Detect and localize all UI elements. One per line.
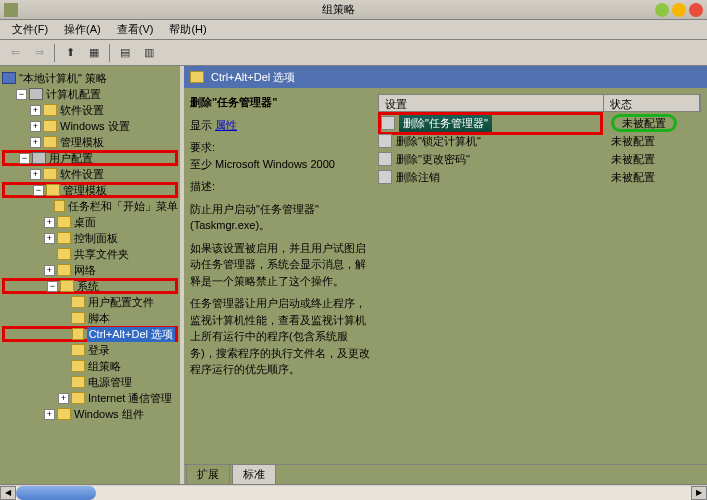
- forward-button[interactable]: ⇒: [28, 42, 50, 64]
- menu-file[interactable]: 文件(F): [4, 20, 56, 39]
- menu-help[interactable]: 帮助(H): [161, 20, 214, 39]
- tree-computer-config[interactable]: −计算机配置: [2, 86, 178, 102]
- tree-ctrl-alt-del[interactable]: Ctrl+Alt+Del 选项: [2, 326, 178, 342]
- titlebar: 组策略: [0, 0, 707, 20]
- tree-admin-templates-2[interactable]: −管理模板: [2, 182, 178, 198]
- export-button[interactable]: ▥: [138, 42, 160, 64]
- selected-policy-title: 删除"任务管理器": [190, 94, 370, 111]
- folder-icon: [190, 71, 204, 83]
- scroll-track[interactable]: [16, 486, 691, 500]
- content-header: Ctrl+Alt+Del 选项: [184, 66, 707, 88]
- properties-link[interactable]: 属性: [215, 119, 237, 131]
- policy-icon: [378, 152, 392, 166]
- app-icon: [4, 3, 18, 17]
- tree-panel: "本地计算机" 策略 −计算机配置 +软件设置 +Windows 设置 +管理模…: [0, 66, 180, 484]
- req-label: 要求:: [190, 139, 370, 156]
- tree-desktop[interactable]: +桌面: [2, 214, 178, 230]
- tree-shared-folders[interactable]: 共享文件夹: [2, 246, 178, 262]
- tree-system[interactable]: −系统: [2, 278, 178, 294]
- tree-root[interactable]: "本地计算机" 策略: [2, 70, 178, 86]
- tree-logon[interactable]: 登录: [2, 342, 178, 358]
- policy-icon: [378, 170, 392, 184]
- desc-line3: 任务管理器让用户启动或终止程序，监视计算机性能，查看及监视计算机上所有运行中的程…: [190, 295, 370, 378]
- maximize-button[interactable]: [672, 3, 686, 17]
- tree-scripts[interactable]: 脚本: [2, 310, 178, 326]
- list-row[interactable]: 删除"任务管理器" 未被配置: [378, 114, 701, 132]
- scroll-right-button[interactable]: ▶: [691, 486, 707, 500]
- policy-state: 未被配置: [611, 114, 677, 132]
- properties-button[interactable]: ▤: [114, 42, 136, 64]
- tree-power-mgmt[interactable]: 电源管理: [2, 374, 178, 390]
- policy-name: 删除"锁定计算机": [396, 134, 481, 149]
- req-text: 至少 Microsoft Windows 2000: [190, 156, 370, 173]
- policy-icon: [378, 134, 392, 148]
- minimize-button[interactable]: [655, 3, 669, 17]
- desc-line1: 防止用户启动"任务管理器"(Taskmgr.exe)。: [190, 201, 370, 234]
- list-row[interactable]: 删除"更改密码" 未被配置: [378, 150, 701, 168]
- policy-name: 删除注销: [396, 170, 440, 185]
- tree-windows-comp[interactable]: +Windows 组件: [2, 406, 178, 422]
- tree-user-config[interactable]: −用户配置: [2, 150, 178, 166]
- content-panel: Ctrl+Alt+Del 选项 删除"任务管理器" 显示 属性 要求: 至少 M…: [184, 66, 707, 484]
- tree-sw-settings-2[interactable]: +软件设置: [2, 166, 178, 182]
- policy-name: 删除"更改密码": [396, 152, 470, 167]
- description-panel: 删除"任务管理器" 显示 属性 要求: 至少 Microsoft Windows…: [190, 94, 370, 458]
- policy-icon: [381, 116, 395, 130]
- content-header-title: Ctrl+Alt+Del 选项: [211, 70, 295, 85]
- menu-view[interactable]: 查看(V): [109, 20, 162, 39]
- menubar: 文件(F) 操作(A) 查看(V) 帮助(H): [0, 20, 707, 40]
- tree-sw-settings-1[interactable]: +软件设置: [2, 102, 178, 118]
- toolbar: ⇐ ⇒ ⬆ ▦ ▤ ▥: [0, 40, 707, 66]
- list-header: 设置 状态: [378, 94, 701, 112]
- menu-action[interactable]: 操作(A): [56, 20, 109, 39]
- tree-control-panel[interactable]: +控制面板: [2, 230, 178, 246]
- tree-win-settings-1[interactable]: +Windows 设置: [2, 118, 178, 134]
- policy-state: 未被配置: [603, 152, 655, 167]
- scroll-left-button[interactable]: ◀: [0, 486, 16, 500]
- policy-list: 设置 状态 删除"任务管理器" 未被配置 删除"锁定计算机" 未被配置: [378, 94, 701, 458]
- col-setting[interactable]: 设置: [379, 95, 604, 111]
- desc-line2: 如果该设置被启用，并且用户试图启动任务管理器，系统会显示消息，解释是一个策略禁止…: [190, 240, 370, 290]
- window-title: 组策略: [22, 2, 655, 17]
- tree-group-policy[interactable]: 组策略: [2, 358, 178, 374]
- tab-bar: 扩展 标准: [184, 464, 707, 484]
- back-button[interactable]: ⇐: [4, 42, 26, 64]
- tab-standard[interactable]: 标准: [232, 464, 276, 484]
- tree-taskbar[interactable]: 任务栏和「开始」菜单: [2, 198, 178, 214]
- policy-name: 删除"任务管理器": [399, 115, 492, 132]
- tree-network[interactable]: +网络: [2, 262, 178, 278]
- tree-internet-mgmt[interactable]: +Internet 通信管理: [2, 390, 178, 406]
- list-row[interactable]: 删除"锁定计算机" 未被配置: [378, 132, 701, 150]
- desc-label: 描述:: [190, 178, 370, 195]
- tab-extended[interactable]: 扩展: [186, 464, 230, 484]
- up-button[interactable]: ⬆: [59, 42, 81, 64]
- col-state[interactable]: 状态: [604, 95, 700, 111]
- horizontal-scrollbar[interactable]: ◀ ▶: [0, 484, 707, 500]
- list-row[interactable]: 删除注销 未被配置: [378, 168, 701, 186]
- scroll-thumb[interactable]: [16, 486, 96, 500]
- tree-admin-templates-1[interactable]: +管理模板: [2, 134, 178, 150]
- show-tree-button[interactable]: ▦: [83, 42, 105, 64]
- policy-state: 未被配置: [603, 170, 655, 185]
- close-button[interactable]: [689, 3, 703, 17]
- policy-state: 未被配置: [603, 134, 655, 149]
- tree-user-profile[interactable]: 用户配置文件: [2, 294, 178, 310]
